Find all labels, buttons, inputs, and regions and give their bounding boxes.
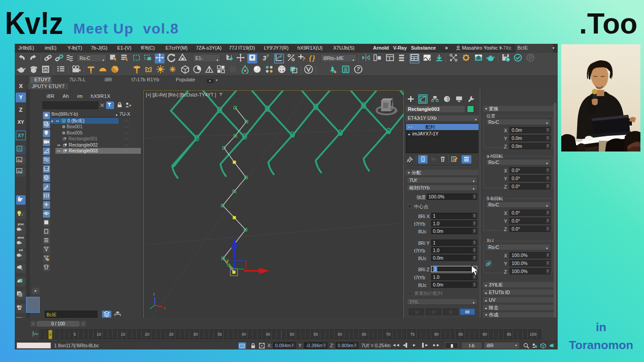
svg-text:?: ? <box>280 54 282 59</box>
svg-text:?: ? <box>266 54 269 59</box>
svg-text:A: A <box>17 169 20 173</box>
svg-text:?: ? <box>302 57 305 62</box>
svg-text:}: } <box>312 55 315 62</box>
svg-text:z: z <box>153 292 155 296</box>
svg-text:y: y <box>226 258 229 263</box>
svg-text:{: { <box>309 55 312 62</box>
svg-text:?: ? <box>292 54 294 58</box>
svg-text:A: A <box>17 158 20 162</box>
svg-text:x: x <box>164 306 166 310</box>
svg-text:z: z <box>233 233 235 238</box>
svg-text:A: A <box>21 213 23 216</box>
svg-text:?: ? <box>356 66 360 72</box>
svg-text:A: A <box>18 147 21 151</box>
